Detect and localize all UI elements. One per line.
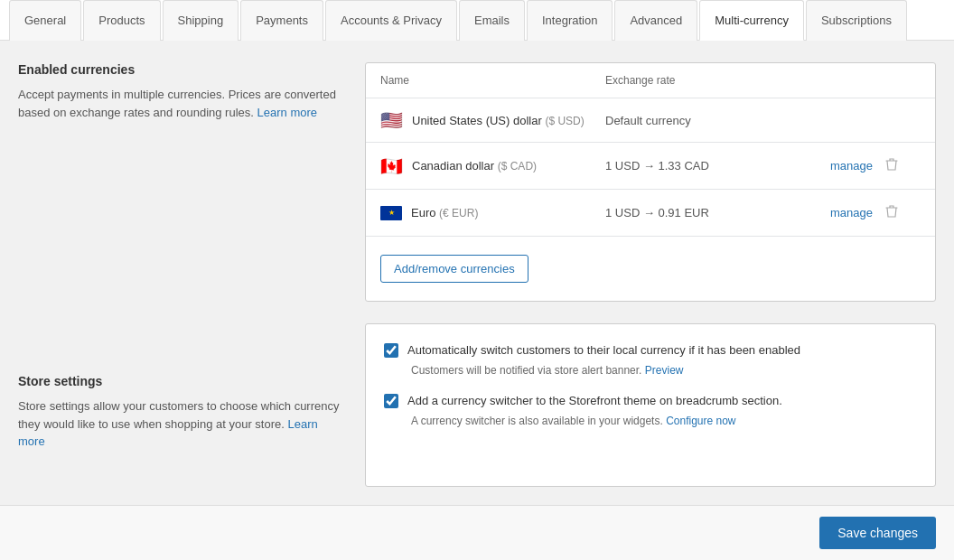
checkbox-switcher-subtext: A currency switcher is also available in… [411, 413, 917, 429]
currencies-panel: Name Exchange rate 🇺🇸 United States (US)… [365, 62, 936, 302]
checkbox-row-switcher: Add a currency switcher to the Storefron… [384, 393, 917, 409]
store-settings-description: Store settings allow your customers to c… [18, 397, 343, 451]
content-area: Enabled currencies Accept payments in mu… [0, 41, 954, 509]
enabled-currencies-description: Accept payments in multiple currencies. … [18, 86, 343, 121]
enabled-currencies-section: Enabled currencies Accept payments in mu… [18, 62, 343, 121]
enabled-currencies-title: Enabled currencies [18, 62, 343, 77]
currency-name-eur: ★ Euro (€ EUR) [380, 206, 605, 220]
tab-advanced[interactable]: Advanced [614, 0, 697, 41]
currency-rate-cad: 1 USD → 1.33 CAD [605, 159, 830, 173]
tab-multi-currency[interactable]: Multi-currency [699, 0, 804, 41]
store-settings-sidebar: Store settings Store settings allow your… [18, 374, 343, 451]
tab-accounts-privacy[interactable]: Accounts & Privacy [325, 0, 457, 41]
save-changes-button[interactable]: Save changes [819, 517, 936, 549]
checkbox-auto-switch-label: Automatically switch customers to their … [407, 342, 800, 359]
currency-actions-eur: manage [830, 202, 921, 223]
tab-general[interactable]: General [9, 0, 81, 41]
store-settings-panel: Automatically switch customers to their … [365, 323, 936, 487]
currency-rate-eur: 1 USD → 0.91 EUR [605, 206, 830, 219]
header-actions [830, 74, 921, 87]
tabs-bar: General Products Shipping Payments Accou… [0, 0, 954, 41]
currency-table-header: Name Exchange rate [366, 63, 935, 98]
panels-wrapper: Name Exchange rate 🇺🇸 United States (US)… [365, 62, 936, 487]
manage-cad[interactable]: manage [830, 159, 873, 173]
checkbox-row-auto-switch: Automatically switch customers to their … [384, 342, 917, 359]
checkbox-auto-switch-subtext: Customers will be notified via store ale… [411, 362, 917, 378]
sidebar: Enabled currencies Accept payments in mu… [18, 62, 343, 487]
tab-payments[interactable]: Payments [240, 0, 323, 41]
currency-rate-usd: Default currency [605, 114, 830, 127]
delete-cad[interactable] [884, 155, 900, 176]
tab-emails[interactable]: Emails [459, 0, 525, 41]
checkbox-switcher-label: Add a currency switcher to the Storefron… [407, 393, 782, 409]
currency-name-usd: 🇺🇸 United States (US) dollar ($ USD) [380, 111, 605, 129]
currency-code-usd: ($ USD) [545, 115, 584, 127]
delete-eur[interactable] [884, 202, 900, 223]
currency-code-cad: ($ CAD) [498, 160, 537, 173]
currency-label-usd: United States (US) dollar ($ USD) [412, 114, 585, 127]
manage-eur[interactable]: manage [830, 206, 873, 219]
currency-label-cad: Canadian dollar ($ CAD) [412, 159, 537, 173]
tab-shipping[interactable]: Shipping [163, 0, 239, 41]
currency-code-eur: (€ EUR) [439, 207, 478, 219]
currency-row-usd: 🇺🇸 United States (US) dollar ($ USD) Def… [366, 98, 935, 143]
header-name: Name [380, 74, 605, 87]
checkbox-auto-switch[interactable] [384, 343, 398, 358]
configure-now-link[interactable]: Configure now [666, 415, 735, 427]
tab-subscriptions[interactable]: Subscriptions [806, 0, 907, 41]
currency-row-eur: ★ Euro (€ EUR) 1 USD → 0.91 EUR manage [366, 190, 935, 237]
store-settings-title: Store settings [18, 374, 343, 388]
enabled-currencies-learn-more[interactable]: Learn more [257, 106, 317, 119]
store-settings-learn-more[interactable]: Learn more [18, 417, 318, 449]
currency-label-eur: Euro (€ EUR) [411, 206, 478, 219]
tab-products[interactable]: Products [83, 0, 160, 41]
tab-integration[interactable]: Integration [527, 0, 613, 41]
currency-name-cad: 🇨🇦 Canadian dollar ($ CAD) [380, 157, 605, 175]
flag-usd: 🇺🇸 [380, 111, 403, 129]
add-currencies-container: Add/remove currencies [366, 237, 935, 301]
header-exchange-rate: Exchange rate [605, 74, 830, 87]
currency-actions-cad: manage [830, 155, 921, 176]
checkbox-switcher[interactable] [384, 394, 398, 408]
preview-link[interactable]: Preview [645, 364, 684, 377]
bottom-bar: Save changes [0, 505, 954, 560]
currency-row-cad: 🇨🇦 Canadian dollar ($ CAD) 1 USD → 1.33 … [366, 143, 935, 190]
flag-cad: 🇨🇦 [380, 157, 403, 175]
add-remove-currencies-button[interactable]: Add/remove currencies [380, 255, 528, 283]
flag-eur: ★ [380, 206, 402, 220]
